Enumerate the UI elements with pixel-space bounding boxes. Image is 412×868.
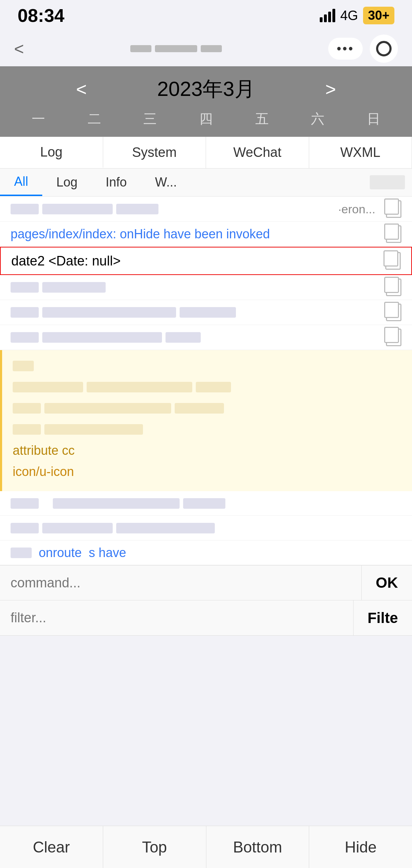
status-time: 08:34 <box>18 5 64 26</box>
tab-wechat[interactable]: WeChat <box>206 137 309 168</box>
highlight-text: date2 <Date: null> <box>11 253 121 269</box>
copy-icon-2[interactable] <box>386 225 401 243</box>
weekday-thu: 四 <box>199 110 213 128</box>
blur-row-content-2 <box>11 282 382 293</box>
top-button[interactable]: Top <box>103 826 206 868</box>
blurred-section-2: onroute s have <box>0 491 412 565</box>
tab-system[interactable]: System <box>103 137 206 168</box>
copy-icon-6[interactable] <box>386 329 401 346</box>
nav-title-seg-1 <box>130 45 151 52</box>
yellow-row-3 <box>13 399 401 417</box>
log-row-post-yellow-1 <box>0 491 412 516</box>
calendar-prev-button[interactable]: < <box>76 79 87 100</box>
tabs-row2: All Log Info W... <box>0 169 412 197</box>
onroute-row: onroute s have <box>0 540 412 565</box>
blur-f3 <box>183 498 225 509</box>
copy-icon-4[interactable] <box>386 279 401 296</box>
calendar-next-button[interactable]: > <box>325 79 336 100</box>
filter-row: Filte <box>0 600 412 636</box>
tab-log2[interactable]: Log <box>42 169 92 196</box>
status-icons: 4G 30+ <box>320 7 394 24</box>
blur-g1 <box>11 523 39 533</box>
circle-icon <box>376 41 392 56</box>
blur-h1 <box>11 548 32 558</box>
filter-button[interactable]: Filte <box>353 600 412 635</box>
tab-blur-block <box>370 175 405 189</box>
blur-row-content-3 <box>11 307 382 318</box>
blur-b3 <box>116 204 158 214</box>
blur-row-content-1 <box>11 204 191 214</box>
calendar-header: < 2023年3月 > 一 二 三 四 五 六 日 <box>0 66 412 137</box>
calendar-weekdays: 一 二 三 四 五 六 日 <box>0 110 412 128</box>
yellow-section: attribute cc icon/u-icon <box>0 350 412 491</box>
yellow-link-text: icon/u-icon <box>13 464 74 479</box>
blur-right: ·eron... <box>195 202 375 216</box>
blur-g2 <box>42 523 113 533</box>
tab-blur-area <box>370 169 412 196</box>
copy-icon-5[interactable] <box>386 304 401 321</box>
weekday-sun: 日 <box>367 110 380 128</box>
weekday-fri: 五 <box>255 110 269 128</box>
log-row-blurred-3 <box>0 300 412 325</box>
signal-text: 4G <box>340 8 358 23</box>
weekday-sat: 六 <box>311 110 324 128</box>
yellow-blur-5 <box>13 403 41 414</box>
link-text: pages/index/index: onHide have been invo… <box>11 227 386 242</box>
yellow-row-text1: attribute cc <box>13 442 401 459</box>
copy-icon-3[interactable] <box>385 252 401 270</box>
tab-info[interactable]: Info <box>92 169 141 196</box>
yellow-row-2 <box>13 378 401 396</box>
yellow-blur-2 <box>13 382 83 392</box>
tab-wxml[interactable]: WXML <box>309 137 412 168</box>
copy-icon-1[interactable] <box>386 200 401 218</box>
calendar-month-title: 2023年3月 <box>157 75 255 103</box>
signal-bars <box>320 9 335 22</box>
log-row-blurred-2 <box>0 275 412 300</box>
yellow-blur-6 <box>44 403 171 414</box>
back-button[interactable]: < <box>14 39 24 59</box>
weekday-wed: 三 <box>143 110 157 128</box>
blur-d1 <box>11 307 39 318</box>
yellow-text-1: attribute cc <box>13 443 75 458</box>
bottom-button[interactable]: Bottom <box>206 826 310 868</box>
nav-circle-button[interactable] <box>370 35 398 63</box>
log-row-blurred-4 <box>0 325 412 350</box>
calendar-month-row: < 2023年3月 > <box>76 75 336 103</box>
ok-button[interactable]: OK <box>361 566 412 600</box>
blur-row-content-4 <box>11 332 382 343</box>
tab-log[interactable]: Log <box>0 137 103 168</box>
yellow-blur-8 <box>13 424 41 435</box>
command-row: OK <box>0 565 412 600</box>
nav-title-seg-3 <box>201 45 222 52</box>
yellow-blur-1 <box>13 361 34 371</box>
command-input[interactable] <box>0 566 361 600</box>
tab-w[interactable]: W... <box>141 169 191 196</box>
yellow-row-1 <box>13 357 401 375</box>
clear-button[interactable]: Clear <box>0 826 103 868</box>
tabs-row1: Log System WeChat WXML <box>0 137 412 169</box>
truncated-text: ·eron... <box>338 202 375 216</box>
log-content: ·eron... pages/index/index: onHide have … <box>0 197 412 565</box>
yellow-blur-9 <box>44 424 143 435</box>
log-row-highlighted: date2 <Date: null> <box>0 247 412 275</box>
yellow-row-4 <box>13 421 401 438</box>
blur-b2 <box>42 204 113 214</box>
blur-row-g <box>11 523 401 533</box>
status-bar: 08:34 4G 30+ <box>0 0 412 31</box>
nav-dots-button[interactable]: ••• <box>328 38 363 60</box>
log-row-post-yellow-2 <box>0 516 412 540</box>
yellow-blur-4 <box>196 382 231 392</box>
nav-bar: < ••• <box>0 31 412 66</box>
nav-title-area <box>130 45 222 52</box>
nav-title-seg-2 <box>155 45 197 52</box>
log-row-blurred-1: ·eron... <box>0 197 412 222</box>
yellow-blur-7 <box>175 403 224 414</box>
hide-button[interactable]: Hide <box>309 826 412 868</box>
blur-g3 <box>116 523 215 533</box>
blur-e1 <box>11 332 39 343</box>
filter-input[interactable] <box>0 600 353 635</box>
blur-d3 <box>180 307 236 318</box>
blur-b1 <box>11 204 39 214</box>
battery-badge: 30+ <box>363 7 394 24</box>
tab-all[interactable]: All <box>0 169 42 196</box>
